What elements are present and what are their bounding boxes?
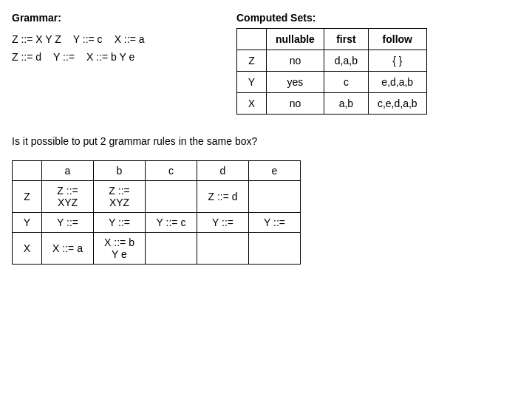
second-y-c: Y ::= c: [146, 213, 197, 233]
second-header-row: a b c d e: [13, 161, 301, 181]
computed-symbol-y: Y: [237, 72, 267, 93]
second-table: a b c d e Z Z ::=XYZ Z ::=XYZ Z ::= d Y …: [12, 160, 301, 265]
computed-symbol-x: X: [237, 93, 267, 115]
computed-nullable-z: no: [267, 50, 324, 72]
computed-header-row: nullable first follow: [237, 29, 427, 50]
computed-first-x: a,b: [324, 93, 368, 115]
computed-row-y: Y yes c e,d,a,b: [237, 72, 427, 93]
grammar-line-2: Z ::= d Y ::= X ::= b Y e: [12, 49, 219, 66]
second-header-c: c: [146, 161, 197, 181]
grammar-title: Grammar:: [12, 12, 219, 24]
grammar-line-1: Z ::= X Y Z Y ::= c X ::= a: [12, 31, 219, 49]
computed-symbol-z: Z: [237, 50, 267, 72]
second-row-y: Y Y ::= Y ::= Y ::= c Y ::= Y ::=: [13, 213, 301, 233]
computed-follow-z: { }: [368, 50, 426, 72]
grammar-rule-x2: X ::= b Y e: [86, 49, 134, 66]
computed-section: Computed Sets: nullable first follow Z n…: [236, 12, 520, 115]
second-table-wrapper: a b c d e Z Z ::=XYZ Z ::=XYZ Z ::= d Y …: [12, 160, 520, 265]
second-header-d: d: [197, 161, 249, 181]
second-y-d: Y ::=: [197, 213, 249, 233]
grammar-rules: Z ::= X Y Z Y ::= c X ::= a Z ::= d Y ::…: [12, 31, 219, 66]
grammar-rule-y2: Y ::=: [53, 49, 75, 66]
computed-row-z: Z no d,a,b { }: [237, 50, 427, 72]
second-header-b: b: [94, 161, 146, 181]
second-symbol-x: X: [13, 233, 42, 265]
second-header-e: e: [249, 161, 301, 181]
computed-header-first: first: [324, 29, 368, 50]
grammar-rule-y1: Y ::= c: [73, 31, 103, 49]
grammar-section: Grammar: Z ::= X Y Z Y ::= c X ::= a Z :…: [12, 12, 219, 115]
second-y-a: Y ::=: [42, 213, 94, 233]
second-x-b: X ::= bY e: [94, 233, 146, 265]
question-text: Is it possible to put 2 grammar rules in…: [12, 135, 257, 147]
computed-follow-y: e,d,a,b: [368, 72, 426, 93]
computed-header-follow: follow: [368, 29, 426, 50]
second-x-d: [197, 233, 249, 265]
second-row-x: X X ::= a X ::= bY e: [13, 233, 301, 265]
second-header-a: a: [42, 161, 94, 181]
second-x-c: [146, 233, 197, 265]
computed-table: nullable first follow Z no d,a,b { } Y y…: [236, 28, 427, 115]
grammar-rule-x1: X ::= a: [115, 31, 145, 49]
grammar-rule-z1: Z ::= X Y Z: [12, 31, 61, 49]
second-y-b: Y ::=: [94, 213, 146, 233]
computed-nullable-x: no: [267, 93, 324, 115]
grammar-rule-z2: Z ::= d: [12, 49, 41, 66]
computed-header-empty: [237, 29, 267, 50]
second-z-c: [146, 181, 197, 213]
second-x-e: [249, 233, 301, 265]
second-z-e: [249, 181, 301, 213]
second-z-a: Z ::=XYZ: [42, 181, 94, 213]
computed-header-nullable: nullable: [267, 29, 324, 50]
second-symbol-y: Y: [13, 213, 42, 233]
computed-follow-x: c,e,d,a,b: [368, 93, 426, 115]
computed-row-x: X no a,b c,e,d,a,b: [237, 93, 427, 115]
question-section: Is it possible to put 2 grammar rules in…: [12, 135, 520, 147]
second-symbol-z: Z: [13, 181, 42, 213]
second-header-empty: [13, 161, 42, 181]
computed-first-y: c: [324, 72, 368, 93]
computed-title: Computed Sets:: [236, 12, 520, 24]
computed-nullable-y: yes: [267, 72, 324, 93]
second-z-b: Z ::=XYZ: [94, 181, 146, 213]
second-y-e: Y ::=: [249, 213, 301, 233]
computed-first-z: d,a,b: [324, 50, 368, 72]
second-z-d: Z ::= d: [197, 181, 249, 213]
second-row-z: Z Z ::=XYZ Z ::=XYZ Z ::= d: [13, 181, 301, 213]
second-x-a: X ::= a: [42, 233, 94, 265]
